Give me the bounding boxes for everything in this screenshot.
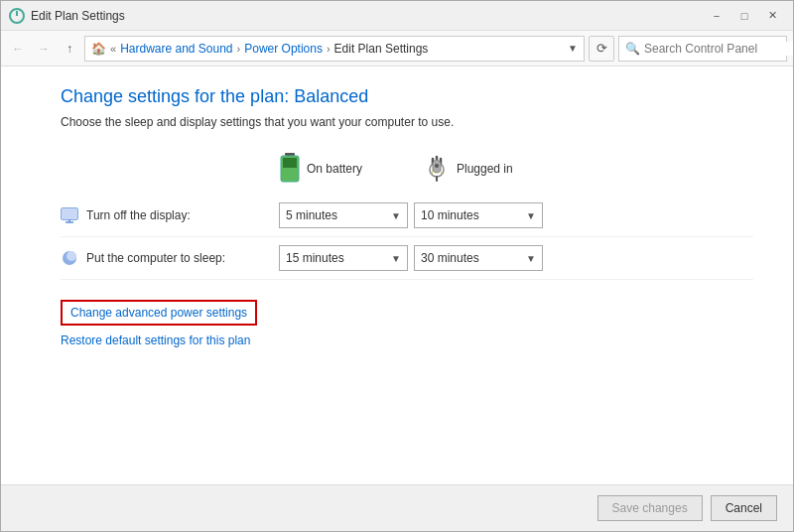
battery-icon	[279, 153, 301, 185]
svg-point-16	[66, 251, 76, 261]
sleep-plugged-dropdown[interactable]: 30 minutes ▼	[414, 245, 543, 271]
display-controls: 5 minutes ▼ 10 minutes ▼	[279, 202, 543, 228]
path-dropdown-arrow[interactable]: ▼	[568, 43, 578, 54]
title-bar-icon	[9, 8, 25, 24]
maximize-button[interactable]: □	[731, 5, 757, 27]
sleep-battery-arrow: ▼	[391, 253, 401, 264]
main-content: Change settings for the plan: Balanced C…	[1, 66, 793, 484]
path-separator-2: ›	[237, 43, 241, 55]
display-plugged-dropdown[interactable]: 10 minutes ▼	[414, 202, 543, 228]
settings-header: On battery Plugged in	[279, 153, 753, 185]
plugged-icon	[423, 155, 451, 183]
sleep-plugged-arrow: ▼	[526, 253, 536, 264]
refresh-button[interactable]: ⟳	[589, 36, 614, 62]
display-plugged-value: 10 minutes	[421, 208, 479, 222]
main-window: Edit Plan Settings − □ ✕ ← → ↑ 🏠 « Hardw…	[0, 0, 794, 532]
sleep-icon	[61, 249, 78, 267]
breadcrumb-hardware[interactable]: Hardware and Sound	[120, 42, 232, 56]
col-header-battery: On battery	[279, 153, 423, 185]
display-battery-value: 5 minutes	[286, 208, 337, 222]
address-path: 🏠 « Hardware and Sound › Power Options ›…	[84, 36, 585, 62]
col-plugged-label: Plugged in	[457, 162, 513, 176]
title-bar-text: Edit Plan Settings	[31, 9, 704, 23]
path-separator-1: «	[110, 43, 116, 55]
path-separator-3: ›	[327, 43, 331, 55]
address-bar: ← → ↑ 🏠 « Hardware and Sound › Power Opt…	[1, 31, 793, 66]
display-icon	[61, 206, 78, 224]
page-subtitle: Choose the sleep and display settings th…	[61, 115, 753, 129]
sleep-battery-value: 15 minutes	[286, 251, 344, 265]
search-input[interactable]	[644, 42, 793, 56]
links-section: Change advanced power settings Restore d…	[61, 300, 753, 347]
sleep-controls: 15 minutes ▼ 30 minutes ▼	[279, 245, 543, 271]
save-changes-button[interactable]: Save changes	[597, 495, 703, 521]
display-setting-row: Turn off the display: 5 minutes ▼ 10 min…	[61, 195, 753, 237]
close-button[interactable]: ✕	[759, 5, 785, 27]
search-box: 🔍	[618, 36, 787, 62]
svg-rect-4	[283, 158, 297, 168]
breadcrumb-power[interactable]: Power Options	[244, 42, 323, 56]
back-button[interactable]: ←	[7, 38, 29, 60]
page-title: Change settings for the plan: Balanced	[61, 86, 753, 107]
display-label: Turn off the display:	[61, 206, 279, 224]
col-battery-label: On battery	[307, 162, 362, 176]
sleep-battery-dropdown[interactable]: 15 minutes ▼	[279, 245, 408, 271]
sleep-label-text: Put the computer to sleep:	[86, 251, 225, 265]
title-bar-buttons: − □ ✕	[704, 5, 785, 27]
forward-button[interactable]: →	[33, 38, 55, 60]
breadcrumb-current: Edit Plan Settings	[334, 42, 429, 56]
display-plugged-arrow: ▼	[526, 210, 536, 221]
path-icon: 🏠	[91, 42, 106, 56]
up-button[interactable]: ↑	[59, 38, 80, 60]
sleep-plugged-value: 30 minutes	[421, 251, 479, 265]
svg-point-9	[435, 164, 439, 168]
svg-rect-12	[62, 208, 77, 219]
footer: Save changes Cancel	[1, 484, 793, 531]
cancel-button[interactable]: Cancel	[711, 495, 777, 521]
settings-grid: Turn off the display: 5 minutes ▼ 10 min…	[61, 195, 753, 280]
sleep-label: Put the computer to sleep:	[61, 249, 279, 267]
minimize-button[interactable]: −	[704, 5, 729, 27]
sleep-setting-row: Put the computer to sleep: 15 minutes ▼ …	[61, 237, 753, 280]
display-battery-dropdown[interactable]: 5 minutes ▼	[279, 202, 408, 228]
advanced-power-link[interactable]: Change advanced power settings	[61, 300, 257, 326]
title-bar: Edit Plan Settings − □ ✕	[1, 1, 793, 31]
col-header-plugged: Plugged in	[423, 155, 567, 183]
restore-defaults-link[interactable]: Restore default settings for this plan	[61, 333, 753, 347]
display-battery-arrow: ▼	[391, 210, 401, 221]
search-icon: 🔍	[625, 42, 640, 56]
display-label-text: Turn off the display:	[86, 208, 191, 222]
